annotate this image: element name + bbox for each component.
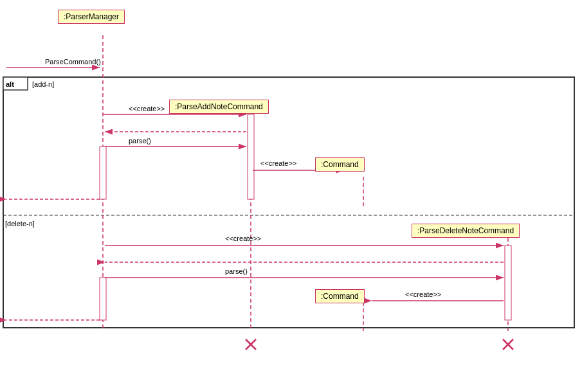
actor-parseDeleteNote: :ParseDeleteNoteCommand — [412, 224, 520, 238]
actor-commandBottom: :Command — [315, 289, 365, 303]
msg-parse1-label: parse() — [129, 137, 151, 145]
guard1-label: [add-n] — [32, 80, 54, 88]
actor-commandTop: :Command — [315, 157, 365, 172]
activation-parserManager-top — [100, 147, 106, 199]
msg-createCmd1-label: <<create>> — [260, 159, 296, 167]
msg-createDelete-label: <<create>> — [225, 235, 261, 242]
msg-createCmd2-label: <<create>> — [405, 290, 441, 298]
diagram-container: ParseCommand() <<create>> parse() <<crea… — [0, 0, 582, 392]
guard2-label: [delete-n] — [5, 220, 35, 227]
sequence-diagram: ParseCommand() <<create>> parse() <<crea… — [0, 0, 582, 392]
activation-parseDeleteNote — [505, 245, 511, 320]
actor-parseAddNote: :ParseAddNoteCommand — [169, 100, 269, 114]
activation-parseAddNote — [248, 114, 254, 199]
actor-parserManager: :ParserManager — [58, 10, 125, 24]
msg-parseCommand-label: ParseCommand() — [45, 58, 101, 66]
alt-label-text: alt — [6, 80, 14, 88]
msg-createAdd-label: <<create>> — [129, 105, 165, 112]
activation-parserManager-bottom — [100, 278, 106, 320]
msg-parse2-label: parse() — [225, 267, 248, 275]
alt-frame — [3, 77, 574, 328]
